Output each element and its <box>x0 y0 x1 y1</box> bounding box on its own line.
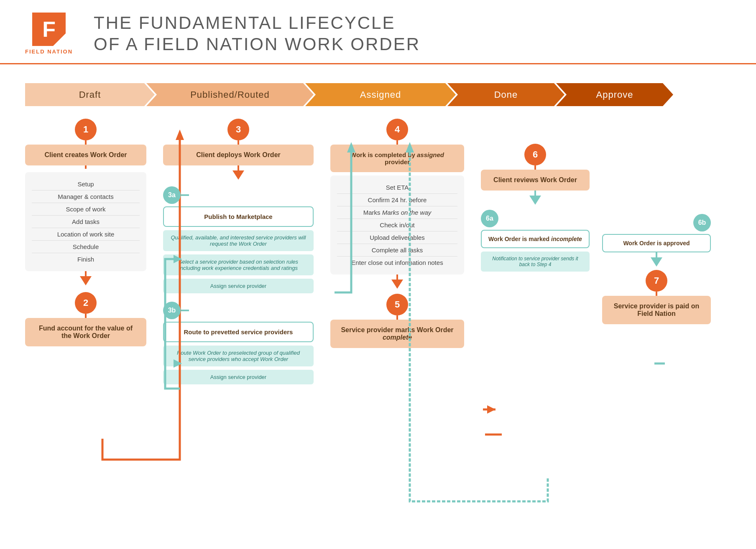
step6a-desc: Notification to service provider sends i… <box>481 252 590 272</box>
step2-block: 2 Fund account for the value of the Work… <box>25 292 146 346</box>
step3-box: Client deploys Work Order <box>163 145 314 165</box>
page: F FIELD NATION THE FUNDAMENTAL LIFECYCLE… <box>0 0 756 549</box>
step3a-block: 3a Publish to Marketplace Qualified, ava… <box>163 186 314 293</box>
step4-sub4: Check in/out <box>337 219 457 231</box>
lane-approve: Approve <box>556 83 673 106</box>
step1-box: Client creates Work Order <box>25 145 146 165</box>
step3a-circle: 3a <box>163 186 181 204</box>
step3a-desc3: Assign service provider <box>163 279 314 293</box>
step6b-block: 6b Work Order is approved <box>602 214 711 267</box>
step6-box: Client reviews Work Order <box>481 170 590 191</box>
step5-block: 5 Service provider marks Work Order comp… <box>330 294 464 348</box>
step4-block: 4 Work is completed by assigned provider… <box>330 119 464 289</box>
lane-draft: Draft <box>25 83 155 106</box>
main-content: 1 Client creates Work Order Setup Manage… <box>0 106 756 396</box>
step5-title: Service provider marks Work Order <box>341 326 453 333</box>
step3a-title: Publish to Marketplace <box>163 206 314 227</box>
step4-sub2: Confirm 24 hr. before <box>337 194 457 206</box>
step3a-desc2: Select a service provider based on selec… <box>163 254 314 275</box>
substep-finish: Finish <box>32 253 140 265</box>
step6b-box: Work Order is approved <box>602 234 711 252</box>
step4-sub1: Set ETA <box>337 181 457 194</box>
step4-sub7: Enter close out information notes <box>337 257 457 269</box>
step7-block: 7 Service provider is paid on Field Nati… <box>602 270 711 324</box>
logo-name: FIELD NATION <box>25 48 73 55</box>
title-line2: OF A FIELD NATION WORK ORDER <box>94 34 420 55</box>
step7-circle: 7 <box>646 270 667 292</box>
substep-schedule: Schedule <box>32 241 140 253</box>
step4-box: Work is completed by assigned provider <box>330 145 464 172</box>
step4-substeps: Set ETA Confirm 24 hr. before Marks Mark… <box>330 175 464 274</box>
step1-substeps: Setup Manager & contacts Scope of work A… <box>25 172 146 271</box>
step6a-italic: incomplete <box>551 236 582 242</box>
step5-circle: 5 <box>386 294 408 315</box>
swimlane-header: Draft Published/Routed Assigned Done App… <box>0 73 756 106</box>
substep-tasks: Add tasks <box>32 216 140 228</box>
step7-box: Service provider is paid on Field Nation <box>602 296 711 324</box>
step3b-circle: 3b <box>163 302 181 319</box>
step3b-desc1: Route Work Order to preselected group of… <box>163 346 314 366</box>
lane-assigned: Assigned <box>305 83 456 106</box>
step6b-circle: 6b <box>693 214 711 231</box>
step1-circle: 1 <box>75 119 97 140</box>
substep-manager: Manager & contacts <box>32 191 140 203</box>
step5-italic: complete <box>383 334 412 341</box>
col-published: 3 Client deploys Work Order 3a Publish t… <box>163 119 314 388</box>
step4-sub5: Upload deliverables <box>337 231 457 244</box>
step6a-circle: 6a <box>481 210 498 227</box>
col-assigned: 4 Work is completed by assigned provider… <box>330 119 464 388</box>
step2-box: Fund account for the value of the Work O… <box>25 318 146 346</box>
step3b-block: 3b Route to prevetted service providers … <box>163 302 314 384</box>
step5-box: Service provider marks Work Order comple… <box>330 320 464 348</box>
step3-circle: 3 <box>227 119 249 140</box>
step1-block: 1 Client creates Work Order Setup Manage… <box>25 119 146 285</box>
lane-published: Published/Routed <box>146 83 314 106</box>
title-line1: THE FUNDAMENTAL LIFECYCLE <box>94 13 420 33</box>
col-done: 6 Client reviews Work Order 6a Work Orde… <box>481 144 590 388</box>
lane-done: Done <box>447 83 564 106</box>
step6-circle: 6 <box>524 144 546 165</box>
step6a-box: Work Order is marked incomplete <box>481 230 590 248</box>
header: F FIELD NATION THE FUNDAMENTAL LIFECYCLE… <box>0 0 756 64</box>
substep-scope: Scope of work <box>32 203 140 216</box>
step6a-block: 6a Work Order is marked incomplete Notif… <box>481 210 590 272</box>
col-approve: 6b Work Order is approved 7 Service prov… <box>602 144 711 388</box>
logo-icon: F <box>32 13 66 46</box>
substep-location: Location of work site <box>32 228 140 241</box>
step3b-desc2: Assign service provider <box>163 370 314 384</box>
substep-setup: Setup <box>32 178 140 191</box>
step4-circle: 4 <box>386 119 408 140</box>
step6-block: 6 Client reviews Work Order <box>481 144 590 205</box>
step3-block: 3 Client deploys Work Order <box>163 119 314 180</box>
header-title: THE FUNDAMENTAL LIFECYCLE OF A FIELD NAT… <box>94 13 420 55</box>
step4-title-part1: Work is completed by <box>350 151 415 158</box>
step2-circle: 2 <box>75 292 97 314</box>
step4-sub3: Marks Marks on the way <box>337 206 457 219</box>
step4-title-part2: provider <box>385 158 410 165</box>
step6a-title1: Work Order is marked <box>488 236 549 242</box>
col-draft: 1 Client creates Work Order Setup Manage… <box>25 119 146 388</box>
step3b-title: Route to prevetted service providers <box>163 322 314 342</box>
logo-letter: F <box>42 18 56 40</box>
step3a-desc1: Qualified, available, and interested ser… <box>163 230 314 251</box>
logo-area: F FIELD NATION <box>25 13 73 55</box>
step4-sub6: Complete all tasks <box>337 244 457 257</box>
step4-title-italic: assigned <box>417 151 444 158</box>
